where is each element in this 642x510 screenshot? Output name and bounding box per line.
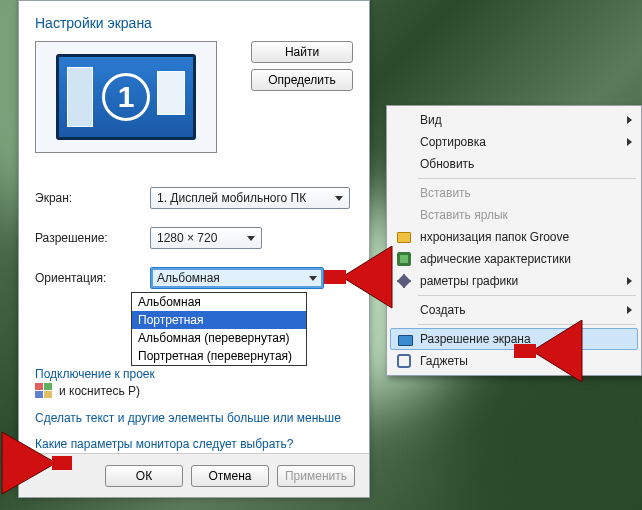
- windows-logo-icon: [35, 383, 53, 399]
- display-thumbnail[interactable]: 1: [56, 54, 196, 140]
- dialog-title: Настройки экрана: [35, 15, 353, 31]
- gfx-icon: [396, 273, 412, 289]
- svg-marker-8: [2, 432, 56, 494]
- svg-rect-5: [324, 270, 346, 284]
- display-number: 1: [102, 73, 150, 121]
- context-menu-item: Вставить ярлык: [390, 204, 638, 226]
- context-menu-item[interactable]: афические характеристики: [390, 248, 638, 270]
- ok-button[interactable]: ОК: [105, 465, 183, 487]
- text-size-link[interactable]: Сделать текст и другие элементы больше и…: [35, 411, 341, 425]
- context-menu-item-label: Обновить: [420, 157, 474, 171]
- projector-hint: и коснитесь P): [59, 384, 140, 398]
- context-menu-item-label: Создать: [420, 303, 466, 317]
- svg-rect-3: [44, 391, 52, 398]
- context-menu-item[interactable]: Вид: [390, 109, 638, 131]
- orientation-select[interactable]: Альбомная: [150, 267, 324, 289]
- chevron-down-icon: [307, 272, 319, 284]
- context-menu-item-label: Гаджеты: [420, 354, 468, 368]
- chevron-down-icon: [333, 192, 345, 204]
- orientation-option[interactable]: Альбомная (перевернутая): [132, 329, 306, 347]
- screen-select-value: 1. Дисплей мобильного ПК: [157, 191, 306, 205]
- svg-marker-6: [532, 320, 582, 382]
- apply-button[interactable]: Применить: [277, 465, 355, 487]
- context-menu-item-label: Сортировка: [420, 135, 486, 149]
- context-menu-item[interactable]: раметры графики: [390, 270, 638, 292]
- context-menu-item[interactable]: Обновить: [390, 153, 638, 175]
- orientation-option[interactable]: Альбомная: [132, 293, 306, 311]
- orientation-option[interactable]: Портретная: [132, 311, 306, 329]
- orientation-label: Ориентация:: [35, 271, 150, 285]
- context-menu-item[interactable]: Создать: [390, 299, 638, 321]
- context-menu-item-label: Вид: [420, 113, 442, 127]
- cancel-button[interactable]: Отмена: [191, 465, 269, 487]
- resolution-select-value: 1280 × 720: [157, 231, 217, 245]
- context-menu-item[interactable]: Сортировка: [390, 131, 638, 153]
- gadget-icon: [396, 353, 412, 369]
- context-menu-item-label: нхронизация папок Groove: [420, 230, 569, 244]
- red-arrow-annotation: [514, 320, 584, 388]
- detect-button[interactable]: Определить: [251, 69, 353, 91]
- connect-projector-link[interactable]: Подключение к проек: [35, 367, 155, 381]
- context-menu-item-label: раметры графики: [420, 274, 518, 288]
- svg-marker-4: [342, 246, 392, 308]
- find-button[interactable]: Найти: [251, 41, 353, 63]
- screen-select[interactable]: 1. Дисплей мобильного ПК: [150, 187, 350, 209]
- svg-rect-7: [514, 344, 536, 358]
- menu-separator: [418, 178, 636, 179]
- red-arrow-annotation: [0, 428, 74, 498]
- svg-rect-0: [35, 383, 43, 390]
- red-arrow-annotation: [324, 246, 394, 316]
- submenu-arrow-icon: [627, 277, 632, 285]
- svg-rect-2: [35, 391, 43, 398]
- display-preview[interactable]: 1: [35, 41, 217, 153]
- submenu-arrow-icon: [627, 138, 632, 146]
- orientation-dropdown[interactable]: АльбомнаяПортретнаяАльбомная (перевернут…: [131, 292, 307, 366]
- resolution-select[interactable]: 1280 × 720: [150, 227, 262, 249]
- chip-icon: [396, 251, 412, 267]
- orientation-select-value: Альбомная: [157, 271, 220, 285]
- resolution-label: Разрешение:: [35, 231, 150, 245]
- context-menu-item-label: афические характеристики: [420, 252, 571, 266]
- context-menu-item-label: Вставить ярлык: [420, 208, 508, 222]
- submenu-arrow-icon: [627, 306, 632, 314]
- menu-separator: [418, 295, 636, 296]
- monitor-icon: [397, 332, 413, 348]
- svg-rect-1: [44, 383, 52, 390]
- orientation-option[interactable]: Портретная (перевернутая): [132, 347, 306, 365]
- context-menu-item[interactable]: нхронизация папок Groove: [390, 226, 638, 248]
- context-menu-item-label: Вставить: [420, 186, 471, 200]
- screen-label: Экран:: [35, 191, 150, 205]
- screen-settings-dialog: Настройки экрана 1 Найти Определить Экра…: [18, 0, 370, 498]
- submenu-arrow-icon: [627, 116, 632, 124]
- chevron-down-icon: [245, 232, 257, 244]
- svg-rect-9: [52, 456, 72, 470]
- context-menu-item: Вставить: [390, 182, 638, 204]
- folder-icon: [396, 229, 412, 245]
